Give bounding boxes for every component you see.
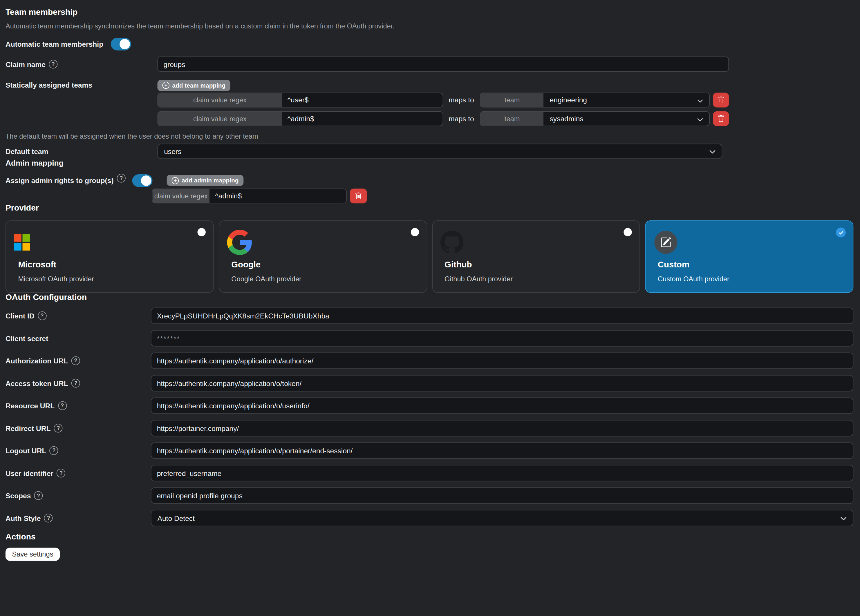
trash-icon bbox=[717, 97, 725, 104]
resource-url-input[interactable] bbox=[151, 397, 853, 414]
team-membership-heading: Team membership bbox=[6, 8, 853, 16]
team-select-value: sysadmins bbox=[550, 114, 584, 123]
team-prefix: team bbox=[480, 93, 543, 107]
provider-heading: Provider bbox=[6, 203, 853, 212]
provider-cards: Microsoft Microsoft OAuth provider Googl… bbox=[6, 220, 853, 293]
provider-card-description: Github OAuth provider bbox=[444, 275, 513, 283]
radio-unselected-icon[interactable] bbox=[411, 228, 419, 236]
team-select-value: engineering bbox=[550, 96, 587, 104]
maps-to-label: maps to bbox=[449, 114, 474, 123]
help-icon[interactable]: ? bbox=[34, 491, 43, 500]
provider-card-title: Microsoft bbox=[18, 260, 56, 270]
claim-name-input[interactable] bbox=[157, 56, 729, 72]
add-admin-mapping-label: add admin mapping bbox=[182, 177, 239, 184]
oauth-configuration-heading: OAuth Configuration bbox=[6, 293, 853, 301]
assign-admin-rights-label: Assign admin rights to group(s) bbox=[6, 176, 114, 185]
team-prefix: team bbox=[480, 112, 543, 125]
provider-card-title: Github bbox=[444, 260, 472, 270]
client-id-label: Client ID bbox=[6, 312, 35, 320]
provider-card-custom[interactable]: Custom Custom OAuth provider bbox=[645, 220, 853, 293]
help-icon[interactable]: ? bbox=[56, 469, 65, 477]
resource-url-label: Resource URL bbox=[6, 402, 55, 410]
admin-mapping-heading: Admin mapping bbox=[6, 159, 853, 167]
add-team-mapping-label: add team mapping bbox=[173, 82, 226, 89]
scopes-input[interactable] bbox=[151, 487, 853, 504]
help-icon[interactable]: ? bbox=[71, 356, 80, 365]
help-icon[interactable]: ? bbox=[50, 446, 58, 455]
team-select[interactable]: engineering bbox=[544, 93, 709, 107]
provider-card-google[interactable]: Google Google OAuth provider bbox=[219, 220, 427, 293]
default-team-help-text: The default team will be assigned when t… bbox=[6, 133, 853, 140]
claim-name-label: Claim name bbox=[6, 60, 46, 68]
scopes-label: Scopes bbox=[6, 492, 31, 500]
chevron-down-icon bbox=[697, 116, 703, 124]
user-identifier-input[interactable] bbox=[151, 465, 853, 481]
help-icon[interactable]: ? bbox=[54, 424, 63, 433]
logout-url-input[interactable] bbox=[151, 442, 853, 459]
client-id-input[interactable] bbox=[151, 307, 853, 324]
oauth-settings-page: Team membership Automatic team membershi… bbox=[0, 0, 860, 561]
provider-card-microsoft[interactable]: Microsoft Microsoft OAuth provider bbox=[6, 220, 214, 293]
statically-assigned-teams-label: Statically assigned teams bbox=[6, 81, 92, 89]
toggle-knob bbox=[141, 175, 151, 186]
access-token-url-input[interactable] bbox=[151, 375, 853, 392]
provider-card-title: Google bbox=[231, 260, 261, 270]
trash-icon bbox=[355, 192, 362, 199]
maps-to-label: maps to bbox=[449, 96, 474, 104]
automatic-team-membership-label: Automatic team membership bbox=[6, 40, 103, 48]
claim-value-regex-input[interactable] bbox=[282, 112, 443, 125]
help-icon[interactable]: ? bbox=[44, 514, 53, 522]
chevron-down-icon bbox=[840, 516, 847, 524]
help-icon[interactable]: ? bbox=[49, 60, 58, 69]
help-icon[interactable]: ? bbox=[58, 401, 67, 410]
admin-claim-regex-input[interactable] bbox=[209, 189, 346, 203]
claim-value-regex-prefix: claim value regex bbox=[152, 189, 210, 203]
redirect-url-input[interactable] bbox=[151, 420, 853, 436]
help-icon[interactable]: ? bbox=[71, 379, 80, 387]
provider-card-description: Custom OAuth provider bbox=[658, 275, 730, 283]
assign-admin-rights-toggle[interactable] bbox=[132, 174, 152, 187]
claim-value-regex-input[interactable] bbox=[282, 93, 443, 107]
help-icon[interactable]: ? bbox=[117, 174, 126, 182]
default-team-select[interactable]: users bbox=[157, 144, 722, 159]
trash-icon bbox=[717, 115, 725, 122]
client-secret-label: Client secret bbox=[6, 334, 49, 342]
selected-check-icon[interactable] bbox=[836, 227, 846, 237]
microsoft-logo-icon bbox=[14, 234, 30, 251]
auth-style-label: Auth Style bbox=[6, 514, 41, 522]
delete-mapping-button[interactable] bbox=[713, 92, 729, 107]
save-settings-button[interactable]: Save settings bbox=[6, 547, 60, 561]
authorization-url-input[interactable] bbox=[151, 353, 853, 369]
redirect-url-label: Redirect URL bbox=[6, 424, 51, 432]
team-mapping-row: claim value regex maps to team sysadmins bbox=[6, 111, 853, 126]
provider-card-description: Google OAuth provider bbox=[231, 275, 301, 283]
team-select[interactable]: sysadmins bbox=[544, 112, 709, 125]
claim-value-regex-prefix: claim value regex bbox=[158, 93, 282, 107]
delete-admin-mapping-button[interactable] bbox=[350, 188, 367, 203]
authorization-url-label: Authorization URL bbox=[6, 357, 68, 365]
github-logo-icon bbox=[440, 231, 463, 254]
delete-mapping-button[interactable] bbox=[713, 111, 729, 126]
default-team-select-value: users bbox=[164, 147, 181, 155]
client-secret-input[interactable] bbox=[151, 330, 853, 346]
auth-style-select-value: Auto Detect bbox=[157, 514, 195, 522]
toggle-knob bbox=[120, 39, 130, 49]
chevron-down-icon bbox=[697, 97, 703, 105]
google-logo-icon bbox=[227, 230, 252, 257]
help-icon[interactable]: ? bbox=[38, 312, 46, 320]
add-team-mapping-button[interactable]: + add team mapping bbox=[157, 80, 231, 91]
plus-circle-icon: + bbox=[163, 82, 170, 89]
logout-url-label: Logout URL bbox=[6, 447, 46, 455]
chevron-down-icon bbox=[709, 149, 716, 157]
automatic-team-membership-toggle[interactable] bbox=[111, 38, 132, 50]
radio-unselected-icon[interactable] bbox=[197, 228, 206, 236]
custom-edit-icon bbox=[654, 231, 678, 254]
team-mapping-row: claim value regex maps to team engineeri… bbox=[6, 92, 853, 107]
add-admin-mapping-button[interactable]: + add admin mapping bbox=[167, 175, 243, 186]
provider-card-github[interactable]: Github Github OAuth provider bbox=[432, 220, 640, 293]
plus-circle-icon: + bbox=[172, 177, 179, 184]
radio-unselected-icon[interactable] bbox=[624, 228, 632, 236]
access-token-url-label: Access token URL bbox=[6, 379, 68, 387]
auth-style-select[interactable]: Auto Detect bbox=[151, 510, 853, 527]
provider-card-description: Microsoft OAuth provider bbox=[18, 275, 94, 283]
